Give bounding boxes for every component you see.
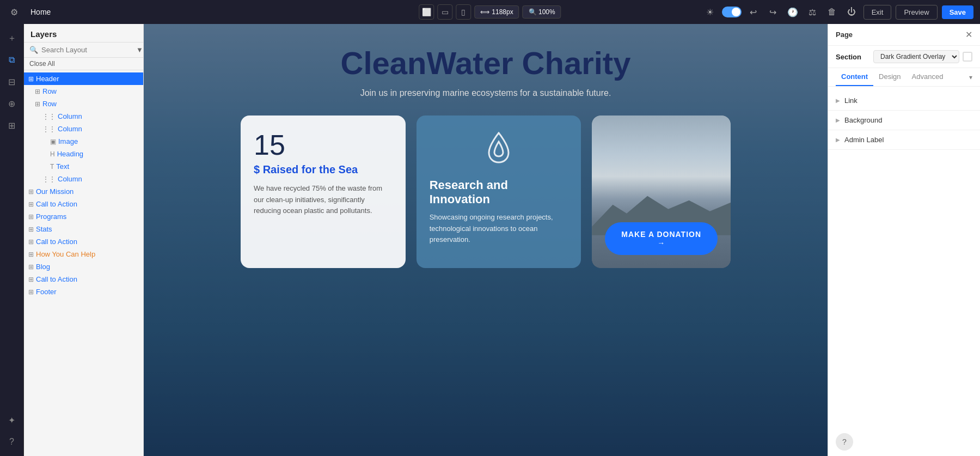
layer-icon-header: ⊞ (28, 75, 34, 83)
pages-icon[interactable]: ⊟ (2, 72, 22, 92)
background-section-row[interactable]: ▶ Background (828, 111, 980, 130)
tools-icon[interactable]: ✦ (2, 410, 22, 430)
exit-button[interactable]: Exit (863, 5, 892, 20)
modules-icon[interactable]: ⊞ (2, 115, 22, 135)
admin-label-arrow: ▶ (836, 137, 840, 143)
mobile-device-btn[interactable]: ▯ (456, 4, 471, 20)
layer-item-col3[interactable]: ⋮⋮Column (24, 173, 143, 185)
save-button[interactable]: Save (942, 5, 973, 19)
layer-item-stats[interactable]: ⊞Stats (24, 223, 143, 235)
layer-item-cta1[interactable]: ⊞Call to Action (24, 198, 143, 210)
layer-label-row1: Row (42, 87, 57, 95)
panel-tab-more[interactable]: ▾ (969, 68, 972, 86)
section-dropdown[interactable]: Dark Gradient Overlay (873, 50, 959, 63)
layer-label-col1: Column (58, 112, 82, 120)
layer-icon-text: T (50, 163, 54, 171)
preview-button[interactable]: Preview (896, 5, 937, 20)
search-layout-input[interactable] (41, 46, 133, 54)
layer-label-our-mission: Our Mission (36, 187, 74, 196)
settings-icon[interactable]: ⚙ (7, 4, 22, 20)
layer-item-cta2[interactable]: ⊞Call to Action (24, 235, 143, 248)
layer-item-image[interactable]: ▣Image (24, 135, 143, 148)
layer-item-header[interactable]: ⊞Header (24, 72, 143, 85)
layer-label-header: Header (36, 75, 59, 83)
theme-toggle[interactable] (722, 7, 742, 17)
media-icon[interactable]: ⊕ (2, 94, 22, 113)
layer-label-row2: Row (42, 100, 57, 108)
admin-label-label: Admin Label (844, 136, 884, 144)
tab-advanced[interactable]: Advanced (906, 68, 949, 86)
layer-label-programs: Programs (36, 212, 66, 221)
donate-button[interactable]: MAKE A DONATION → (605, 222, 718, 255)
layer-item-row2[interactable]: ⊞Row (24, 98, 143, 110)
background-label: Background (844, 116, 882, 124)
section-row: Section Dark Gradient Overlay (828, 46, 980, 68)
hero-content: CleanWater Charity Join us in preserving… (241, 46, 731, 268)
icon-bar: ＋ ⧉ ⊟ ⊕ ⊞ ✦ ? (0, 24, 24, 456)
layer-icon-row1: ⊞ (35, 88, 40, 95)
layer-icon-col1: ⋮⋮ (42, 113, 56, 120)
right-panel-header: Page ✕ (828, 24, 980, 46)
card-blue-text: Showcasing ongoing research projects, te… (430, 212, 568, 246)
droplet-icon (430, 131, 568, 171)
layer-label-cta3: Call to Action (36, 275, 77, 283)
page-title: Home (30, 8, 51, 16)
layer-item-programs[interactable]: ⊞Programs (24, 210, 143, 223)
layer-item-footer[interactable]: ⊞Footer (24, 285, 143, 298)
layer-item-row1[interactable]: ⊞Row (24, 85, 143, 98)
layer-item-how-you-help[interactable]: ⊞How You Can Help (24, 248, 143, 260)
tab-content[interactable]: Content (836, 68, 873, 86)
layer-icon-footer: ⊞ (28, 288, 34, 296)
redo-icon[interactable]: ↪ (765, 4, 781, 20)
layer-label-text: Text (56, 162, 69, 171)
layer-item-col1[interactable]: ⋮⋮Column (24, 110, 143, 123)
link-section-row[interactable]: ▶ Link (828, 91, 980, 111)
layer-item-cta3[interactable]: ⊞Call to Action (24, 273, 143, 285)
card-raised: 15 $ Raised for the Sea We have recycled… (241, 115, 406, 268)
search-icon: 🔍 (29, 46, 38, 54)
tablet-device-btn[interactable]: ▭ (437, 4, 452, 20)
topbar: ⚙ Home ⬜ ▭ ▯ ⟺ 1188px 🔍 100% ☀ ↩ ↪ 🕐 ⚖ 🗑… (0, 0, 980, 24)
undo-icon[interactable]: ↩ (746, 4, 761, 20)
layer-label-stats: Stats (36, 225, 52, 233)
layer-item-blog[interactable]: ⊞Blog (24, 260, 143, 273)
layer-icon-cta3: ⊞ (28, 276, 34, 283)
link-arrow: ▶ (836, 98, 840, 104)
search-layout-row: 🔍 ▼ (24, 42, 143, 58)
layer-label-col2: Column (58, 125, 82, 133)
tab-design[interactable]: Design (873, 68, 906, 86)
help-circle-icon[interactable]: ? (836, 433, 853, 451)
layer-label-how-you-help: How You Can Help (36, 250, 95, 258)
layer-item-col2[interactable]: ⋮⋮Column (24, 123, 143, 135)
power-icon[interactable]: ⏻ (844, 4, 859, 20)
add-icon[interactable]: ＋ (2, 28, 22, 48)
filter-icon[interactable]: ▼ (136, 46, 143, 54)
close-all-button[interactable]: Close All (24, 58, 143, 70)
desktop-device-btn[interactable]: ⬜ (419, 4, 434, 20)
layer-icon-image: ▣ (50, 138, 56, 145)
hero-subtitle: Join us in preserving marine ecosystems … (241, 88, 731, 98)
layer-label-footer: Footer (36, 288, 57, 296)
layer-label-cta1: Call to Action (36, 200, 77, 208)
help-icon[interactable]: ? (2, 432, 22, 452)
layers-icon[interactable]: ⧉ (2, 50, 22, 70)
adjustments-icon[interactable]: ⚖ (805, 4, 820, 20)
right-panel: Page ✕ Section Dark Gradient Overlay Con… (828, 24, 980, 456)
admin-label-section-row[interactable]: ▶ Admin Label (828, 130, 980, 150)
layer-item-heading[interactable]: HHeading (24, 148, 143, 160)
card-research: Research and Innovation Showcasing ongoi… (416, 115, 581, 268)
cards-row: 15 $ Raised for the Sea We have recycled… (241, 115, 731, 268)
layer-item-our-mission[interactable]: ⊞Our Mission (24, 185, 143, 198)
layer-icon-blog: ⊞ (28, 263, 34, 271)
layer-item-text[interactable]: TText (24, 160, 143, 173)
layer-label-col3: Column (58, 175, 82, 183)
layer-icon-stats: ⊞ (28, 226, 34, 233)
history-icon[interactable]: 🕐 (785, 4, 800, 20)
zoom-display: 🔍 100% (523, 5, 561, 19)
donate-btn-wrap: MAKE A DONATION → (605, 222, 718, 255)
sun-icon[interactable]: ☀ (702, 4, 718, 20)
trash-icon[interactable]: 🗑 (824, 4, 840, 20)
close-panel-button[interactable]: ✕ (965, 29, 972, 40)
card-number: 15 (254, 131, 393, 159)
section-checkbox[interactable] (963, 52, 972, 62)
